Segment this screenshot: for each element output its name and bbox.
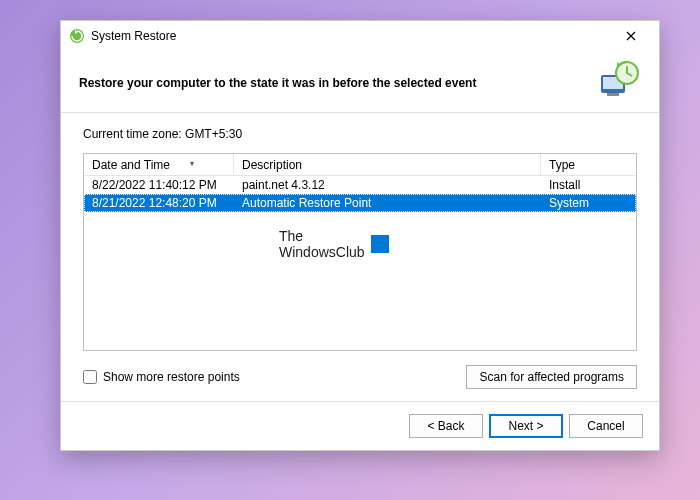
col-type-header[interactable]: Type — [541, 154, 636, 175]
col-date-header[interactable]: Date and Time ▾ — [84, 154, 234, 175]
cell-type: Install — [541, 177, 636, 193]
show-more-label: Show more restore points — [103, 370, 240, 384]
content-area: Current time zone: GMT+5:30 Date and Tim… — [61, 113, 659, 401]
next-button[interactable]: Next > — [489, 414, 563, 438]
footer: < Back Next > Cancel — [61, 401, 659, 450]
show-more-checkbox-input[interactable] — [83, 370, 97, 384]
system-restore-dialog: System Restore Restore your computer to … — [60, 20, 660, 451]
titlebar: System Restore — [61, 21, 659, 51]
cell-desc: paint.net 4.3.12 — [234, 177, 541, 193]
close-button[interactable] — [611, 22, 651, 50]
restore-hero-icon — [597, 59, 641, 103]
watermark: The WindowsClub — [279, 228, 389, 260]
page-heading: Restore your computer to the state it wa… — [79, 76, 476, 90]
table-row[interactable]: 8/22/2022 11:40:12 PM paint.net 4.3.12 I… — [84, 176, 636, 194]
cell-desc: Automatic Restore Point — [234, 195, 541, 211]
below-table-row: Show more restore points Scan for affect… — [83, 365, 637, 389]
restore-icon — [69, 28, 85, 44]
back-button[interactable]: < Back — [409, 414, 483, 438]
cell-type: System — [541, 195, 636, 211]
header: Restore your computer to the state it wa… — [61, 51, 659, 113]
col-desc-header[interactable]: Description — [234, 154, 541, 175]
table-header: Date and Time ▾ Description Type — [84, 154, 636, 176]
sort-desc-icon: ▾ — [190, 159, 194, 168]
show-more-checkbox[interactable]: Show more restore points — [83, 370, 240, 384]
restore-points-table[interactable]: Date and Time ▾ Description Type 8/22/20… — [83, 153, 637, 351]
close-icon — [626, 31, 636, 41]
watermark-square-icon — [371, 235, 389, 253]
table-row[interactable]: 8/21/2022 12:48:20 PM Automatic Restore … — [84, 194, 636, 212]
cell-date: 8/21/2022 12:48:20 PM — [84, 195, 234, 211]
cancel-button[interactable]: Cancel — [569, 414, 643, 438]
scan-affected-button[interactable]: Scan for affected programs — [466, 365, 637, 389]
svg-rect-4 — [607, 93, 619, 96]
cell-date: 8/22/2022 11:40:12 PM — [84, 177, 234, 193]
timezone-label: Current time zone: GMT+5:30 — [83, 127, 637, 141]
window-title: System Restore — [91, 29, 611, 43]
